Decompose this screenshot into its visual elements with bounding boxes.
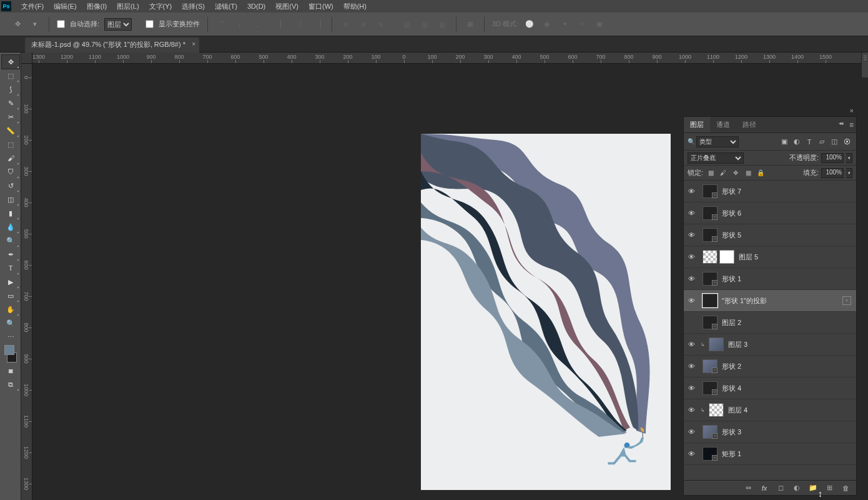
ruler-origin[interactable] — [21, 52, 32, 64]
layer-thumbnail[interactable]: ▫ — [703, 184, 718, 198]
auto-align-icon[interactable]: ▦ — [464, 18, 476, 31]
layer-row[interactable]: 👁▫形状 6 — [684, 202, 856, 224]
move-tool[interactable]: ✥ — [2, 55, 19, 69]
layer-name[interactable]: 形状 3 — [722, 428, 741, 437]
layer-row[interactable]: 👁图层 5 — [684, 246, 856, 268]
quick-mask-icon[interactable]: ◙ — [2, 364, 19, 378]
document-canvas[interactable] — [421, 134, 671, 490]
type-tool[interactable]: T — [2, 261, 19, 275]
align-left-icon[interactable]: ▏ — [277, 18, 289, 31]
layer-name[interactable]: 形状 4 — [722, 384, 741, 393]
lock-transparency-icon[interactable]: ▩ — [706, 168, 716, 178]
dist-vcenter-icon[interactable]: ≡ — [357, 18, 370, 31]
layer-thumbnail[interactable] — [709, 338, 724, 351]
layer-thumbnail[interactable]: ▫ — [703, 206, 718, 220]
screen-mode-icon[interactable]: ⧉ — [2, 378, 19, 391]
quick-select-tool[interactable]: ✎ — [2, 96, 19, 110]
blend-mode-select[interactable]: 正片叠底 — [688, 152, 744, 164]
dist-bottom-icon[interactable]: ≡ — [375, 18, 387, 31]
layer-thumbnail[interactable]: ▫ — [703, 272, 718, 286]
layer-thumbnail[interactable]: ▫ — [703, 228, 718, 242]
align-top-icon[interactable]: ⎴ — [215, 18, 228, 31]
layer-thumbnail[interactable] — [703, 294, 718, 308]
layer-thumbnail[interactable]: ▫ — [703, 425, 718, 439]
new-layer-icon[interactable]: ⊞ — [824, 482, 835, 494]
layer-name[interactable]: 形状 6 — [722, 209, 741, 218]
layer-mask-thumbnail[interactable] — [719, 250, 734, 264]
layer-name[interactable]: 图层 5 — [739, 252, 758, 262]
dist-hcenter-icon[interactable]: ||| — [418, 18, 431, 31]
layer-name[interactable]: 矩形 1 — [722, 449, 741, 459]
auto-select-target[interactable]: 图层 — [104, 18, 132, 31]
right-dock-rail[interactable] — [861, 52, 868, 78]
visibility-icon[interactable]: 👁 — [686, 406, 696, 414]
layer-thumbnail[interactable]: ▫ — [703, 316, 718, 329]
close-icon[interactable]: × — [192, 41, 195, 48]
color-swatches[interactable] — [2, 344, 19, 364]
panel-collapse-icon[interactable]: ◂◂ — [839, 120, 842, 126]
align-hcenter-icon[interactable]: ┊ — [294, 18, 307, 31]
layer-style-icon[interactable]: fx — [759, 482, 770, 494]
blur-tool[interactable]: 💧 — [2, 220, 19, 234]
delete-layer-icon[interactable]: 🗑 — [840, 482, 851, 494]
opacity-dropdown-icon[interactable]: ▾ — [846, 153, 852, 163]
menu-item[interactable]: 选择(S) — [177, 0, 210, 12]
layer-name[interactable]: 图层 3 — [728, 340, 747, 349]
filter-adjust-icon[interactable]: ◐ — [791, 136, 802, 148]
layer-row[interactable]: 👁↳图层 3 — [684, 334, 856, 356]
visibility-icon[interactable]: 👁 — [686, 231, 696, 239]
pen-tool[interactable]: ✒ — [2, 248, 19, 261]
lasso-tool[interactable]: ⟆ — [2, 82, 19, 96]
lock-position-icon[interactable]: ✥ — [731, 168, 741, 178]
menu-item[interactable]: 编辑(E) — [49, 0, 82, 12]
layer-thumbnail[interactable]: ▫ — [703, 359, 718, 373]
layer-row[interactable]: 👁▫形状 2 — [684, 356, 856, 378]
align-bottom-icon[interactable]: ⎵ — [250, 18, 263, 31]
fill-dropdown-icon[interactable]: ▾ — [846, 168, 852, 178]
history-brush-tool[interactable]: ↺ — [2, 179, 19, 192]
dist-top-icon[interactable]: ≡ — [340, 18, 352, 31]
gradient-tool[interactable]: ▮ — [2, 206, 19, 220]
layer-row[interactable]: 👁▫形状 5 — [684, 224, 856, 246]
layer-row[interactable]: ○▫图层 2 — [684, 312, 856, 334]
dist-right-icon[interactable]: ||| — [436, 18, 448, 31]
filter-shape-icon[interactable]: ▱ — [816, 136, 827, 148]
ruler-tool[interactable]: 📏 — [2, 124, 19, 138]
visibility-icon[interactable]: 👁 — [686, 341, 696, 348]
layer-name[interactable]: 形状 7 — [722, 187, 741, 196]
layer-name[interactable]: 形状 1 — [722, 274, 741, 284]
stamp-tool[interactable]: ⛉ — [2, 165, 19, 179]
zoom-tool[interactable]: 🔍 — [2, 316, 19, 330]
menu-item[interactable]: 图层(L) — [112, 0, 144, 12]
layer-thumbnail[interactable]: ▫ — [703, 381, 718, 395]
visibility-icon[interactable]: 👁 — [686, 384, 696, 392]
visibility-icon[interactable]: 👁 — [686, 297, 696, 304]
menu-item[interactable]: 帮助(H) — [338, 0, 372, 12]
visibility-icon[interactable]: 👁 — [686, 188, 696, 195]
align-vcenter-icon[interactable]: ⟊ — [233, 18, 245, 31]
tab-paths[interactable]: 路径 — [736, 117, 762, 132]
lock-all-icon[interactable]: 🔒 — [756, 168, 766, 178]
tab-channels[interactable]: 通道 — [710, 117, 736, 132]
path-select-tool[interactable]: ▶ — [2, 275, 19, 289]
visibility-icon[interactable]: 👁 — [686, 428, 696, 436]
menu-item[interactable]: 图像(I) — [82, 0, 112, 12]
ruler-vertical[interactable]: 0100200300400500600700800900100011001200… — [21, 64, 32, 500]
edit-toolbar[interactable]: ⋯ — [2, 330, 19, 344]
dist-left-icon[interactable]: ||| — [401, 18, 413, 31]
menu-item[interactable]: 文件(F) — [16, 0, 49, 12]
layer-row[interactable]: 👁▫形状 3 — [684, 421, 856, 443]
layer-row[interactable]: 👁▫矩形 1 — [684, 443, 856, 465]
dodge-tool[interactable]: 🔍 — [2, 234, 19, 248]
visibility-icon[interactable]: 👁 — [686, 362, 696, 370]
filter-type-icon[interactable]: T — [804, 136, 815, 148]
align-right-icon[interactable]: ▕ — [312, 18, 324, 31]
layer-thumbnail[interactable] — [709, 403, 724, 417]
move-tool-icon[interactable]: ✥ — [11, 18, 24, 31]
menu-item[interactable]: 视图(V) — [270, 0, 303, 12]
lock-artboard-icon[interactable]: ▦ — [743, 168, 753, 178]
link-layers-icon[interactable]: ⇔ — [742, 482, 754, 494]
layer-thumbnail[interactable] — [703, 250, 718, 264]
ruler-horizontal[interactable]: 1300120011001000900800700600500400300200… — [32, 52, 868, 64]
opacity-input[interactable]: 100% — [821, 153, 844, 163]
